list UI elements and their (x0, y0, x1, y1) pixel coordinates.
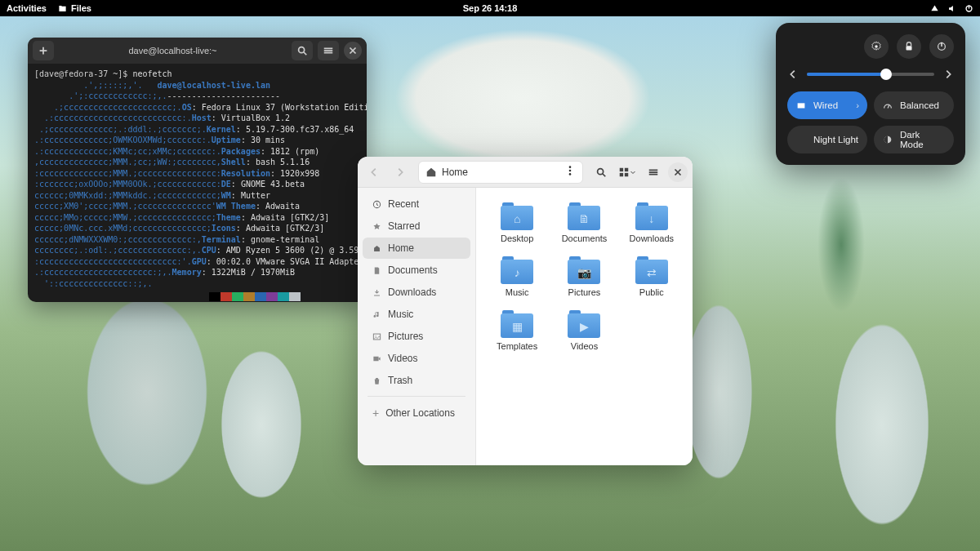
svg-rect-14 (373, 356, 378, 361)
close-icon (672, 167, 684, 178)
folder-icon: ⇄ (635, 256, 668, 284)
night-icon (795, 134, 807, 145)
settings-button[interactable] (864, 34, 889, 59)
grid-icon (618, 167, 630, 178)
search-icon (296, 45, 308, 56)
folder-label: Music (506, 287, 529, 297)
terminal-content[interactable]: [dave@fedora-37 ~]$ neofetch .',;::::;,'… (28, 64, 367, 302)
folder-templates[interactable]: ▦Templates (488, 310, 546, 351)
svg-point-15 (875, 45, 878, 48)
sidebar-item-label: Recent (388, 198, 419, 210)
pic-icon (372, 332, 381, 341)
lock-button[interactable] (897, 34, 921, 59)
clock-icon (372, 200, 381, 209)
sidebar-item-videos[interactable]: Videos (363, 348, 470, 369)
kebab-icon (564, 165, 576, 176)
sidebar-item-documents[interactable]: Documents (363, 260, 470, 281)
files-window: Home RecentStarredHomeDocumentsDownloads… (358, 157, 693, 465)
doc-icon (372, 266, 381, 275)
sidebar-item-home[interactable]: Home (363, 238, 470, 259)
view-grid-button[interactable] (616, 161, 639, 184)
files-icon-grid[interactable]: ⌂Desktop🗎Documents↓Downloads♪Music📷Pictu… (476, 188, 693, 465)
power-tray-icon[interactable] (964, 4, 973, 13)
folder-documents[interactable]: 🗎Documents (555, 202, 613, 243)
sidebar-item-music[interactable]: Music (363, 304, 470, 325)
chevron-down-icon (630, 167, 636, 178)
folder-icon: 🗎 (568, 202, 600, 230)
folder-pictures[interactable]: 📷Pictures (555, 256, 613, 297)
path-bar[interactable]: Home (418, 161, 583, 184)
search-icon (595, 167, 607, 178)
brightness-high-icon[interactable] (942, 69, 954, 80)
sidebar-item-pictures[interactable]: Pictures (363, 326, 470, 347)
terminal-window: dave@localhost-live:~ [dave@fedora-37 ~]… (28, 38, 367, 302)
hamburger-icon (323, 45, 334, 56)
dark-label: Dark Mode (900, 130, 946, 149)
sidebar-item-downloads[interactable]: Downloads (363, 282, 470, 303)
terminal-title: dave@localhost-live:~ (59, 46, 287, 56)
color-palette (209, 292, 360, 301)
folder-music[interactable]: ♪Music (488, 256, 546, 297)
wired-toggle[interactable]: Wired › (787, 91, 867, 119)
new-tab-button[interactable] (33, 41, 54, 60)
sidebar-item-trash[interactable]: Trash (363, 370, 470, 391)
svg-rect-10 (625, 172, 628, 176)
svg-point-4 (569, 170, 572, 172)
current-app-indicator[interactable]: Files (58, 3, 91, 13)
sidebar-item-label: Starred (388, 220, 420, 232)
sidebar-item-label: Downloads (388, 287, 436, 298)
volume-tray-icon[interactable] (947, 4, 956, 13)
brightness-low-icon[interactable] (787, 69, 799, 80)
top-bar: Activities Files Sep 26 14:18 (0, 0, 980, 16)
wired-label: Wired (813, 100, 838, 110)
close-button[interactable] (344, 42, 362, 60)
forward-button[interactable] (389, 161, 412, 184)
folder-public[interactable]: ⇄Public (622, 256, 681, 297)
folder-desktop[interactable]: ⌂Desktop (488, 202, 546, 243)
svg-rect-19 (798, 103, 805, 108)
terminal-headerbar[interactable]: dave@localhost-live:~ (28, 38, 367, 64)
folder-downloads[interactable]: ↓Downloads (622, 202, 681, 243)
star-icon (372, 222, 381, 231)
svg-rect-1 (969, 5, 969, 8)
slider-thumb[interactable] (880, 69, 892, 80)
files-headerbar[interactable]: Home (358, 157, 693, 188)
svg-rect-7 (620, 167, 623, 171)
folder-icon: ⌂ (501, 202, 533, 230)
folder-icon: 📷 (568, 256, 600, 284)
sidebar-item-label: Videos (388, 353, 417, 364)
search-button[interactable] (590, 161, 612, 184)
folder-label: Templates (497, 341, 537, 351)
hamburger-icon (648, 167, 659, 178)
night-light-toggle[interactable]: Night Light (787, 126, 867, 153)
sidebar-item-recent[interactable]: Recent (363, 193, 470, 215)
balanced-label: Balanced (900, 100, 939, 110)
clock[interactable]: Sep 26 14:18 (463, 3, 518, 13)
search-button[interactable] (292, 41, 313, 60)
sidebar-item-label: Music (388, 309, 413, 320)
power-mode-toggle[interactable]: Balanced (874, 91, 954, 119)
path-menu-button[interactable] (564, 165, 576, 179)
back-button[interactable] (363, 161, 385, 184)
svg-rect-16 (906, 46, 912, 50)
brightness-slider[interactable] (807, 73, 934, 76)
sidebar-item-label: Other Locations (385, 407, 455, 419)
slider-fill (807, 73, 886, 76)
sidebar-other-locations[interactable]: +Other Locations (363, 402, 470, 424)
sidebar-separator (368, 396, 466, 397)
lock-icon (903, 41, 915, 52)
contrast-icon (882, 134, 893, 145)
hamburger-button[interactable] (318, 41, 339, 60)
dark-mode-toggle[interactable]: Dark Mode (874, 126, 954, 153)
close-button[interactable] (668, 162, 688, 182)
folder-videos[interactable]: ▶Videos (555, 310, 613, 351)
hamburger-button[interactable] (642, 161, 665, 184)
night-label: Night Light (813, 135, 858, 144)
power-button[interactable] (929, 34, 954, 59)
sidebar-item-starred[interactable]: Starred (363, 216, 470, 237)
svg-rect-9 (620, 172, 623, 176)
network-tray-icon[interactable] (930, 4, 939, 13)
folder-label: Pictures (568, 287, 601, 297)
activities-button[interactable]: Activities (7, 3, 47, 13)
folder-label: Videos (571, 341, 598, 351)
